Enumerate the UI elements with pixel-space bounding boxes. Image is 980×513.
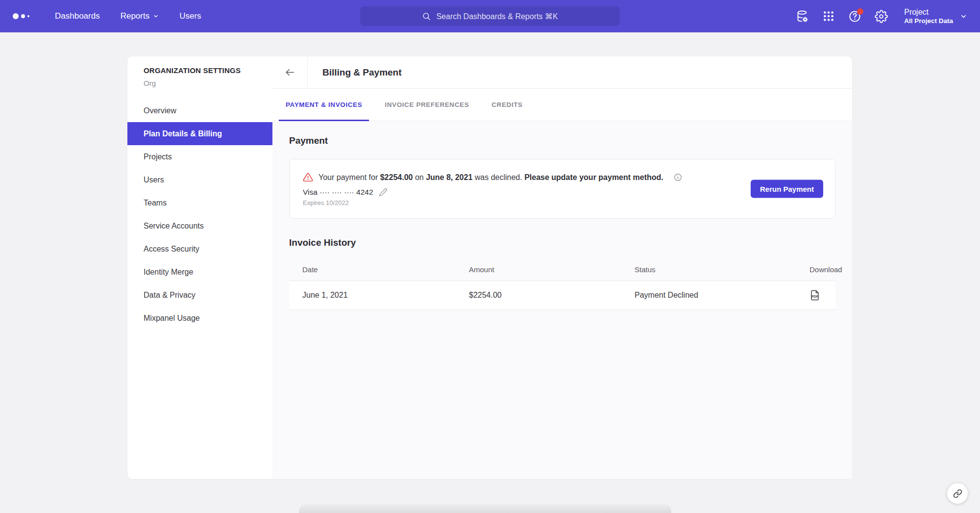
navbar-actions: Project All Project Data: [796, 0, 967, 32]
declined-date: June 8, 2021: [426, 173, 472, 181]
sidebar-item-projects[interactable]: Projects: [127, 145, 272, 168]
tab-content: Payment Your payment for $2254.00 on Jun…: [272, 122, 852, 479]
warning-cta-text: Please update your payment method.: [524, 173, 663, 181]
declined-amount: $2254.00: [380, 173, 413, 181]
sidebar-item-overview[interactable]: Overview: [127, 99, 272, 122]
top-navbar: Dashboards Reports Users Search Dashboar…: [0, 0, 980, 32]
column-header-amount: Amount: [469, 265, 635, 274]
sidebar-item-label: Projects: [144, 153, 172, 161]
settings-gear-icon[interactable]: [875, 10, 888, 23]
nav-item-dashboards[interactable]: Dashboards: [55, 11, 100, 21]
rerun-payment-button[interactable]: Rerun Payment: [751, 180, 823, 198]
card-on-file: Visa ···· ···· ···· 4242: [303, 188, 822, 197]
invoice-row: June 1, 2021 $2254.00 Payment Declined P…: [289, 281, 835, 310]
nav-links: Dashboards Reports Users: [55, 11, 201, 21]
card-expiry-text: Expires 10/2022: [303, 199, 822, 206]
tab-payment-invoices[interactable]: PAYMENT & INVOICES: [279, 89, 369, 121]
sidebar-item-users[interactable]: Users: [127, 168, 272, 191]
sidebar-item-label: Service Accounts: [144, 222, 204, 231]
tab-credits[interactable]: CREDITS: [485, 89, 529, 121]
invoice-status: Payment Declined: [635, 291, 809, 300]
warning-text-segment: was declined.: [472, 173, 524, 181]
sidebar-item-label: Data & Privacy: [144, 291, 196, 300]
column-header-download: Download: [809, 265, 844, 274]
nav-item-label: Dashboards: [55, 11, 100, 21]
chevron-down-icon: [153, 13, 159, 19]
invoice-date: June 1, 2021: [289, 291, 469, 300]
project-selector-value: All Project Data: [904, 17, 953, 26]
warning-text-segment: on: [413, 173, 426, 181]
warning-text-segment: Your payment for: [318, 173, 380, 181]
project-selector[interactable]: Project All Project Data: [904, 7, 967, 26]
tab-invoice-preferences[interactable]: INVOICE PREFERENCES: [378, 89, 476, 121]
sidebar-item-teams[interactable]: Teams: [127, 191, 272, 214]
nav-item-reports[interactable]: Reports: [121, 11, 159, 21]
payment-declined-warning: Your payment for $2254.00 on June 8, 202…: [303, 172, 822, 182]
global-search-input[interactable]: Search Dashboards & Reports ⌘K: [360, 6, 620, 26]
sidebar-item-plan-details-billing[interactable]: Plan Details & Billing: [127, 122, 272, 145]
info-icon[interactable]: [673, 173, 683, 182]
search-icon: [422, 12, 431, 21]
settings-main-pane: Billing & Payment PAYMENT & INVOICES INV…: [272, 56, 852, 479]
sidebar-item-access-security[interactable]: Access Security: [127, 237, 272, 260]
search-placeholder: Search Dashboards & Reports ⌘K: [436, 12, 558, 21]
sidebar-item-label: Plan Details & Billing: [144, 129, 222, 138]
nav-item-users[interactable]: Users: [179, 11, 201, 21]
sidebar-item-identity-merge[interactable]: Identity Merge: [127, 260, 272, 283]
warning-message: Your payment for $2254.00 on June 8, 202…: [318, 173, 663, 182]
bottom-sheet-edge: [299, 504, 671, 513]
sidebar-item-label: Identity Merge: [144, 268, 193, 277]
card-number-text: Visa ···· ···· ···· 4242: [303, 188, 373, 197]
nav-item-label: Users: [179, 11, 201, 21]
tab-label: PAYMENT & INVOICES: [286, 101, 362, 108]
project-selector-label: Project: [904, 7, 953, 17]
invoice-history-heading: Invoice History: [289, 237, 835, 248]
mixpanel-logo-icon[interactable]: [13, 13, 36, 19]
sidebar-item-label: Teams: [144, 199, 167, 207]
organization-settings-panel: ORGANIZATION SETTINGS Org Overview Plan …: [127, 56, 852, 479]
column-header-date: Date: [289, 265, 469, 274]
back-button[interactable]: [272, 56, 308, 88]
warning-triangle-icon: [303, 172, 313, 182]
sidebar-item-data-privacy[interactable]: Data & Privacy: [127, 283, 272, 307]
column-header-status: Status: [635, 265, 809, 274]
chevron-down-icon: [960, 13, 967, 20]
settings-sidebar: ORGANIZATION SETTINGS Org Overview Plan …: [127, 56, 272, 479]
tab-bar: PAYMENT & INVOICES INVOICE PREFERENCES C…: [272, 89, 852, 121]
sidebar-nav-list: Overview Plan Details & Billing Projects…: [127, 99, 272, 330]
sidebar-item-label: Access Security: [144, 245, 199, 254]
sidebar-item-label: Overview: [144, 106, 176, 115]
invoice-amount: $2254.00: [469, 291, 635, 300]
link-icon: [953, 489, 962, 498]
payment-section-heading: Payment: [289, 135, 835, 146]
sidebar-item-service-accounts[interactable]: Service Accounts: [127, 214, 272, 237]
notification-badge: [857, 8, 863, 15]
org-name: Org: [127, 79, 272, 87]
edit-pencil-icon[interactable]: [379, 188, 388, 197]
page-header: Billing & Payment: [272, 56, 852, 89]
help-icon[interactable]: [848, 10, 861, 23]
svg-text:PDF: PDF: [811, 295, 818, 298]
sidebar-section-title: ORGANIZATION SETTINGS: [127, 66, 272, 75]
invoice-table-header: Date Amount Status Download: [289, 258, 835, 281]
copy-link-button[interactable]: [947, 483, 968, 504]
invoice-table: Date Amount Status Download June 1, 2021…: [289, 258, 835, 310]
page-title: Billing & Payment: [308, 56, 402, 88]
payment-method-card: Your payment for $2254.00 on June 8, 202…: [289, 159, 835, 219]
tab-label: INVOICE PREFERENCES: [385, 101, 469, 108]
sidebar-item-mixpanel-usage[interactable]: Mixpanel Usage: [127, 307, 272, 330]
tab-label: CREDITS: [491, 101, 522, 108]
data-management-icon[interactable]: [796, 10, 809, 23]
nav-item-label: Reports: [121, 11, 150, 21]
sidebar-item-label: Users: [144, 176, 164, 184]
apps-grid-icon[interactable]: [822, 10, 835, 23]
pdf-file-icon[interactable]: PDF: [809, 289, 820, 301]
sidebar-item-label: Mixpanel Usage: [144, 314, 200, 323]
